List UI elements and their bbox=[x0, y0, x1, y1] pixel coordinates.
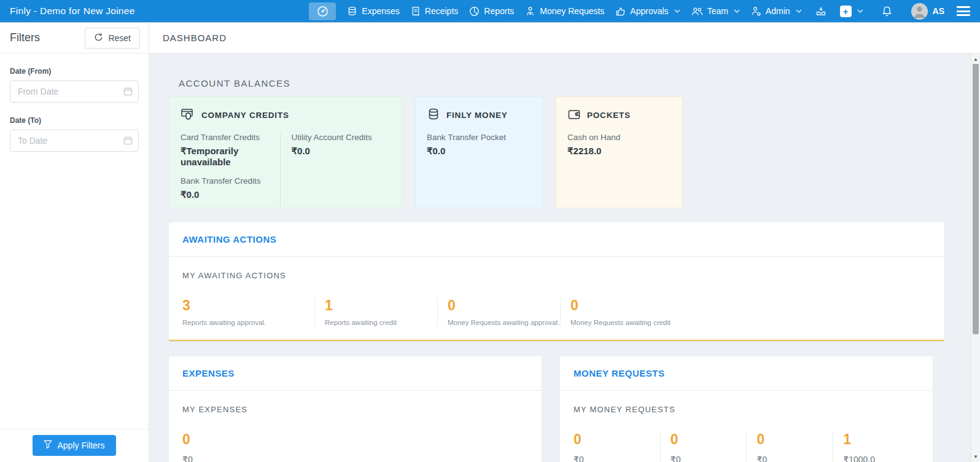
hamburger-menu-icon[interactable] bbox=[955, 4, 974, 18]
reset-button[interactable]: Reset bbox=[85, 28, 140, 49]
person-money-icon bbox=[525, 6, 535, 17]
stat-money-request: 0 ₹0 bbox=[746, 432, 833, 462]
stat-my-expenses: 0 ₹0 bbox=[182, 432, 305, 462]
bell-icon bbox=[882, 6, 892, 17]
dashboard-scroll-area: ACCOUNT BALANCES COMPANY CREDITS bbox=[149, 53, 980, 462]
nav-admin-label: Admin bbox=[766, 6, 790, 16]
nav-reports[interactable]: Reports bbox=[469, 6, 514, 17]
my-money-requests-heading: MY MONEY REQUESTS bbox=[574, 405, 919, 414]
stat-money-requests-awaiting-credit: 0 Money Requests awaiting credit bbox=[560, 298, 683, 326]
nav-money-requests-label: Money Requests bbox=[540, 6, 604, 16]
stat-reports-awaiting-approval: 3 Reports awaiting approval. bbox=[182, 298, 314, 326]
stat-reports-awaiting-credit: 1 Reports awaiting credit bbox=[314, 298, 437, 326]
wallet-icon bbox=[567, 108, 581, 123]
stat-money-request: 0 ₹0 bbox=[660, 432, 747, 462]
app-title: Finly - Demo for New Joinee bbox=[10, 6, 135, 17]
finly-money-title: FINLY MONEY bbox=[446, 111, 508, 120]
stat-money-request: 0 ₹0 bbox=[574, 432, 660, 462]
nav-quick-add[interactable]: + bbox=[840, 6, 863, 17]
pockets-title: POCKETS bbox=[587, 111, 631, 120]
pockets-card: POCKETS Cash on Hand ₹2218.0 bbox=[556, 96, 683, 208]
apply-filters-button[interactable]: Apply Filters bbox=[33, 435, 115, 456]
card-shield-icon bbox=[181, 108, 195, 123]
company-credits-title: COMPANY CREDITS bbox=[201, 111, 289, 120]
nav-approvals[interactable]: Approvals bbox=[615, 6, 680, 17]
plus-icon: + bbox=[840, 6, 852, 17]
chevron-down-icon bbox=[734, 9, 740, 13]
balance-item: Bank Transfer Credits ₹0.0 bbox=[181, 176, 280, 200]
admin-user-gear-icon bbox=[751, 6, 761, 17]
top-navbar: Finly - Demo for New Joinee Expenses bbox=[0, 0, 980, 23]
nav-money-requests[interactable]: Money Requests bbox=[525, 6, 604, 17]
chevron-down-icon bbox=[857, 9, 863, 13]
date-to-label: Date (To) bbox=[10, 116, 139, 125]
inbox-tray-icon bbox=[815, 6, 826, 17]
account-balances-heading: ACCOUNT BALANCES bbox=[179, 78, 944, 88]
balance-item: Utility Account Credits ₹0.0 bbox=[292, 133, 391, 157]
awaiting-actions-title: AWAITING ACTIONS bbox=[182, 234, 931, 245]
scroll-up-arrow-icon[interactable]: ▲ bbox=[971, 55, 980, 63]
nav-expenses-label: Expenses bbox=[362, 6, 399, 16]
money-requests-title: MONEY REQUESTS bbox=[574, 368, 919, 378]
finly-money-card: FINLY MONEY Bank Transfer Pocket ₹0.0 bbox=[415, 96, 543, 208]
awaiting-actions-panel: AWAITING ACTIONS MY AWAITING ACTIONS 3 R… bbox=[169, 222, 944, 341]
nav-admin[interactable]: Admin bbox=[751, 6, 802, 17]
stat-money-request: 1 ₹1000.0 bbox=[833, 432, 919, 462]
nav-receipts-label: Receipts bbox=[425, 6, 458, 16]
nav-receipts[interactable]: Receipts bbox=[411, 6, 458, 17]
chevron-down-icon bbox=[796, 9, 802, 13]
coins-icon bbox=[347, 6, 357, 17]
account-balance-cards: COMPANY CREDITS Card Transfer Credits ₹T… bbox=[169, 96, 944, 208]
balance-item: Card Transfer Credits ₹Temporarily unava… bbox=[181, 133, 280, 167]
stat-money-requests-awaiting-approval: 0 Money Requests awaiting approval. bbox=[437, 298, 560, 326]
vertical-scrollbar[interactable]: ▲ ▼ bbox=[971, 53, 980, 462]
nav-inbox[interactable] bbox=[813, 2, 829, 20]
scrollbar-thumb[interactable] bbox=[973, 64, 979, 334]
notifications-button[interactable] bbox=[879, 6, 895, 17]
team-people-icon bbox=[691, 7, 703, 16]
nav-team-label: Team bbox=[707, 6, 728, 16]
company-credits-card: COMPANY CREDITS Card Transfer Credits ₹T… bbox=[169, 96, 402, 208]
pie-chart-icon bbox=[469, 6, 480, 17]
coins-stack-icon bbox=[427, 108, 440, 123]
expenses-title: EXPENSES bbox=[182, 368, 528, 378]
main-nav: Expenses Receipts Reports bbox=[309, 2, 974, 20]
nav-approvals-label: Approvals bbox=[630, 6, 668, 16]
thumbs-up-icon bbox=[615, 6, 626, 17]
receipt-icon bbox=[411, 6, 421, 17]
filters-sidebar: Filters Reset Date (From) bbox=[0, 23, 149, 462]
date-to-input[interactable] bbox=[10, 130, 139, 152]
nav-team[interactable]: Team bbox=[691, 6, 740, 16]
avatar bbox=[911, 3, 928, 20]
expenses-panel: EXPENSES MY EXPENSES 0 ₹0 bbox=[169, 356, 542, 462]
balance-item: Cash on Hand ₹2218.0 bbox=[567, 133, 671, 157]
nav-reports-label: Reports bbox=[484, 6, 514, 16]
filters-title: Filters bbox=[10, 31, 40, 44]
my-expenses-heading: MY EXPENSES bbox=[182, 405, 528, 414]
scroll-down-arrow-icon[interactable]: ▼ bbox=[971, 452, 980, 461]
user-menu[interactable]: AS bbox=[911, 3, 944, 20]
my-awaiting-actions-heading: MY AWAITING ACTIONS bbox=[182, 271, 931, 280]
main-content: DASHBOARD ACCOUNT BALANCES COMPANY CREDI… bbox=[149, 23, 980, 462]
chevron-down-icon bbox=[674, 9, 680, 13]
balance-item: Bank Transfer Pocket ₹0.0 bbox=[427, 133, 531, 157]
dashboard-speedometer-icon bbox=[317, 6, 329, 17]
reset-label: Reset bbox=[108, 33, 131, 43]
page-header: DASHBOARD bbox=[149, 23, 980, 53]
nav-dashboard[interactable] bbox=[309, 2, 336, 20]
reset-icon bbox=[94, 33, 103, 44]
page-title: DASHBOARD bbox=[163, 33, 227, 43]
nav-expenses[interactable]: Expenses bbox=[347, 6, 399, 17]
user-initials: AS bbox=[933, 6, 944, 16]
date-from-label: Date (From) bbox=[10, 67, 139, 76]
filter-funnel-icon bbox=[44, 440, 52, 451]
date-from-input[interactable] bbox=[10, 80, 139, 103]
money-requests-panel: MONEY REQUESTS MY MONEY REQUESTS 0 ₹0 0 … bbox=[560, 356, 933, 462]
apply-filters-label: Apply Filters bbox=[57, 440, 104, 450]
